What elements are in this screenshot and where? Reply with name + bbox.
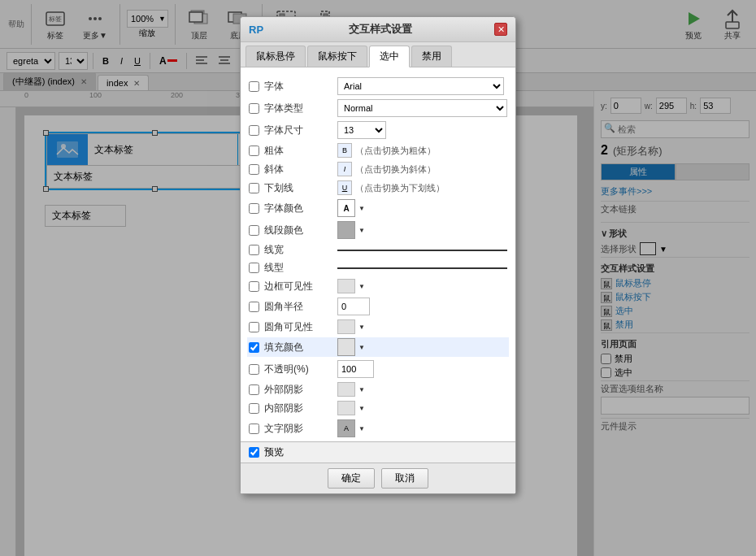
linewidth-label: 线宽 xyxy=(264,243,337,257)
underline-checkbox[interactable] xyxy=(249,183,259,193)
outershadow-dropdown-icon[interactable]: ▼ xyxy=(358,386,365,393)
cornervis-control: ▼ xyxy=(337,319,507,334)
cornervis-box[interactable] xyxy=(337,319,355,334)
modal-tab-hover-label: 鼠标悬停 xyxy=(256,50,295,62)
italic-checkbox[interactable] xyxy=(249,164,259,175)
fillcolor-picker[interactable] xyxy=(337,338,355,356)
modal-tab-selected-label: 选中 xyxy=(380,50,399,62)
innershadow-box[interactable] xyxy=(337,401,355,415)
fillcolor-checkbox[interactable] xyxy=(249,342,259,353)
cornerradius-control xyxy=(337,298,507,315)
modal-row-outershadow: 外部阴影 ▼ xyxy=(247,381,509,397)
modal-interaction-style: RP 交互样式设置 ✕ 鼠标悬停 鼠标按下 选中 禁用 字体 xyxy=(240,16,516,494)
fontcolor-checkbox[interactable] xyxy=(249,203,259,214)
modal-row-fonttype: 字体类型 Normal xyxy=(247,98,509,118)
fontcolor-a-icon: A xyxy=(343,204,349,213)
italic-hint: （点击切换为斜体） xyxy=(355,163,436,176)
linetype-control xyxy=(337,267,507,269)
fillcolor-control: ▼ xyxy=(337,338,507,356)
bold-hint: （点击切换为粗体） xyxy=(355,145,436,157)
modal-tab-disabled[interactable]: 禁用 xyxy=(411,46,452,67)
fonttype-control: Normal xyxy=(337,99,507,117)
textshadow-dropdown-icon[interactable]: ▼ xyxy=(358,425,365,432)
bordervis-box[interactable] xyxy=(337,279,355,293)
textshadow-picker[interactable]: A xyxy=(337,419,355,437)
textshadow-checkbox[interactable] xyxy=(249,424,259,434)
fonttype-select[interactable]: Normal xyxy=(337,99,507,117)
linetype-preview xyxy=(337,267,507,269)
fillcolor-dropdown-icon[interactable]: ▼ xyxy=(358,344,365,351)
modal-body: 字体 Arial 字体类型 Normal xyxy=(241,67,515,441)
innershadow-control: ▼ xyxy=(337,401,507,415)
bold-indicator-icon: B xyxy=(342,146,347,154)
linewidth-control xyxy=(337,250,507,251)
linecolor-control: ▼ xyxy=(337,221,507,239)
fontcolor-dropdown-icon[interactable]: ▼ xyxy=(358,205,365,212)
fontsize-select[interactable]: 13 xyxy=(337,121,386,139)
outershadow-box[interactable] xyxy=(337,382,355,397)
linecolor-checkbox[interactable] xyxy=(249,225,259,236)
modal-title: 交互样式设置 xyxy=(349,22,412,37)
modal-row-bold: 粗体 B （点击切换为粗体） xyxy=(247,142,509,159)
fontsize-control: 13 xyxy=(337,121,507,139)
cornervis-dropdown-icon[interactable]: ▼ xyxy=(358,324,365,331)
italic-control: I （点击切换为斜体） xyxy=(337,162,507,176)
modal-row-cornerradius: 圆角半径 xyxy=(247,297,509,316)
fontsize-checkbox[interactable] xyxy=(249,125,259,136)
innershadow-dropdown-icon[interactable]: ▼ xyxy=(358,405,365,412)
cornerradius-input[interactable] xyxy=(337,298,370,315)
bordervis-dropdown-icon[interactable]: ▼ xyxy=(358,283,365,290)
modal-row-cornervis: 圆角可见性 ▼ xyxy=(247,319,509,335)
font-checkbox[interactable] xyxy=(249,81,259,92)
opacity-input[interactable] xyxy=(337,360,374,378)
modal-row-italic: 斜体 I （点击切换为斜体） xyxy=(247,161,509,177)
cancel-button[interactable]: 取消 xyxy=(381,468,428,489)
bordervis-checkbox[interactable] xyxy=(249,281,259,292)
ok-button[interactable]: 确定 xyxy=(328,468,375,489)
underline-indicator[interactable]: U xyxy=(337,180,352,195)
modal-row-fontcolor: 字体颜色 A ▼ xyxy=(247,198,509,218)
innershadow-checkbox[interactable] xyxy=(249,403,259,414)
bold-control: B （点击切换为粗体） xyxy=(337,143,507,158)
bold-checkbox[interactable] xyxy=(249,146,259,156)
cornerradius-checkbox[interactable] xyxy=(249,302,259,312)
modal-row-textshadow: 文字阴影 A ▼ xyxy=(247,419,509,438)
fontsize-label: 字体尺寸 xyxy=(264,124,337,137)
modal-preview-bar: 预览 xyxy=(241,441,515,463)
outershadow-label: 外部阴影 xyxy=(264,383,337,397)
preview-checkbox[interactable] xyxy=(249,447,259,458)
innershadow-label: 内部阴影 xyxy=(264,402,337,415)
opacity-checkbox[interactable] xyxy=(249,364,259,375)
linewidth-checkbox[interactable] xyxy=(249,245,259,255)
linecolor-dropdown-icon[interactable]: ▼ xyxy=(358,227,365,234)
bordervis-control: ▼ xyxy=(337,279,507,293)
modal-close-btn[interactable]: ✕ xyxy=(494,23,507,36)
linetype-checkbox[interactable] xyxy=(249,263,259,273)
modal-title-icon: RP xyxy=(249,24,263,36)
opacity-control xyxy=(337,360,507,378)
modal-tab-mousedown[interactable]: 鼠标按下 xyxy=(307,46,367,67)
textshadow-label: 文字阴影 xyxy=(264,422,337,436)
fonttype-checkbox[interactable] xyxy=(249,103,259,114)
italic-indicator-icon: I xyxy=(344,165,346,173)
linecolor-picker[interactable] xyxy=(337,221,355,239)
linetype-label: 线型 xyxy=(264,261,337,275)
cornervis-checkbox[interactable] xyxy=(249,322,259,332)
modal-row-opacity: 不透明(%) xyxy=(247,359,509,379)
modal-row-fontsize: 字体尺寸 13 xyxy=(247,120,509,140)
preview-label: 预览 xyxy=(264,445,284,459)
bold-indicator[interactable]: B xyxy=(337,143,352,158)
modal-row-fillcolor: 填充颜色 ▼ xyxy=(247,337,509,357)
textshadow-a-icon: A xyxy=(344,424,349,432)
underline-hint: （点击切换为下划线） xyxy=(355,182,445,194)
italic-indicator[interactable]: I xyxy=(337,162,352,176)
cornervis-label: 圆角可见性 xyxy=(264,320,337,334)
modal-tab-selected[interactable]: 选中 xyxy=(369,46,410,67)
modal-header: RP 交互样式设置 ✕ xyxy=(241,17,515,42)
bold-label: 粗体 xyxy=(264,144,337,158)
outershadow-checkbox[interactable] xyxy=(249,384,259,395)
font-select[interactable]: Arial xyxy=(337,77,504,95)
fontcolor-picker[interactable]: A xyxy=(337,199,355,217)
modal-row-linetype: 线型 xyxy=(247,260,509,276)
modal-tab-hover[interactable]: 鼠标悬停 xyxy=(245,46,306,67)
